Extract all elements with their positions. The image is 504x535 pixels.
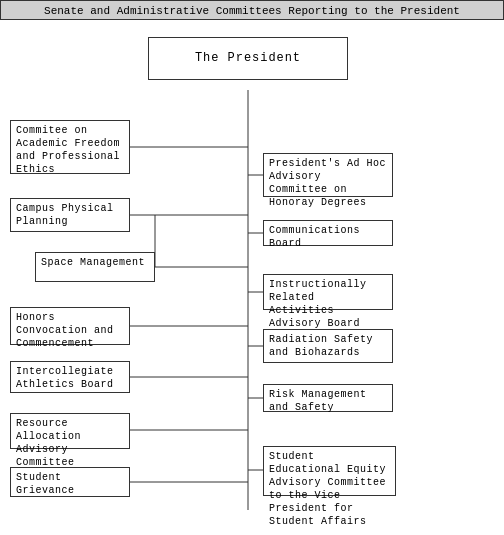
honors-convocation-label: Honors Convocation andCommencement bbox=[16, 312, 114, 349]
header-title: Senate and Administrative Committees Rep… bbox=[44, 5, 460, 17]
chart-area: The President Commitee on Academic Freed… bbox=[0, 20, 504, 535]
risk-management-label: Risk Management and Safety bbox=[269, 389, 367, 413]
instructionally-related-label: Instructionally RelatedActivities Adviso… bbox=[269, 279, 367, 329]
instructionally-related-box: Instructionally RelatedActivities Adviso… bbox=[263, 274, 393, 310]
student-grievance-label: Student Grievance bbox=[16, 472, 75, 496]
space-management-box: Space Management bbox=[35, 252, 155, 282]
resource-allocation-box: Resource AllocationAdvisory Committee bbox=[10, 413, 130, 449]
space-management-label: Space Management bbox=[41, 257, 145, 268]
student-grievance-box: Student Grievance bbox=[10, 467, 130, 497]
page: Senate and Administrative Committees Rep… bbox=[0, 0, 504, 535]
risk-management-box: Risk Management and Safety bbox=[263, 384, 393, 412]
intercollegiate-box: Intercollegiate Athletics Board bbox=[10, 361, 130, 393]
radiation-safety-label: Radiation Safetyand Biohazards bbox=[269, 334, 373, 358]
president-label: The President bbox=[195, 52, 301, 65]
presidents-adhoc-box: President's Ad Hoc AdvisoryCommittee on … bbox=[263, 153, 393, 197]
resource-allocation-label: Resource AllocationAdvisory Committee bbox=[16, 418, 81, 468]
committee-academic-label: Commitee on Academic Freedomand Professi… bbox=[16, 125, 120, 175]
student-educational-box: Student Educational EquityAdvisory Commi… bbox=[263, 446, 396, 496]
president-box: The President bbox=[148, 37, 348, 80]
student-educational-label: Student Educational EquityAdvisory Commi… bbox=[269, 451, 386, 527]
campus-physical-label: Campus Physical Planning bbox=[16, 203, 114, 227]
radiation-safety-box: Radiation Safetyand Biohazards bbox=[263, 329, 393, 363]
page-header: Senate and Administrative Committees Rep… bbox=[0, 0, 504, 20]
campus-physical-box: Campus Physical Planning bbox=[10, 198, 130, 232]
communications-board-label: Communications Board bbox=[269, 225, 360, 249]
intercollegiate-label: Intercollegiate Athletics Board bbox=[16, 366, 114, 390]
presidents-adhoc-label: President's Ad Hoc AdvisoryCommittee on … bbox=[269, 158, 386, 208]
committee-academic-box: Commitee on Academic Freedomand Professi… bbox=[10, 120, 130, 174]
honors-convocation-box: Honors Convocation andCommencement bbox=[10, 307, 130, 345]
communications-board-box: Communications Board bbox=[263, 220, 393, 246]
